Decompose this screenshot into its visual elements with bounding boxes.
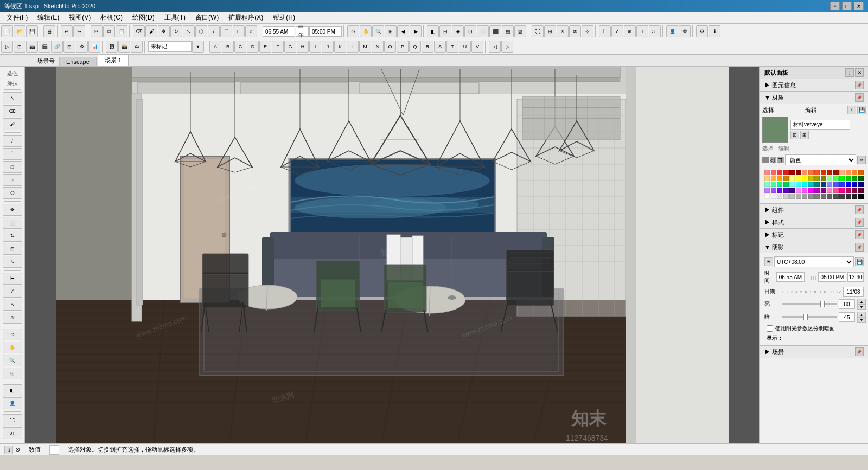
tb-section[interactable]: ◧ (427, 25, 439, 37)
components-header[interactable]: ▶ 组件 📌 (760, 204, 868, 216)
tb-hidden[interactable]: ⬜ (477, 25, 489, 37)
lt-zoom-ext[interactable]: ⊞ (3, 368, 22, 379)
tb2-7[interactable]: ⚙ (76, 41, 88, 53)
color-cell[interactable] (777, 170, 782, 175)
darkness-up[interactable]: ▲ (857, 312, 866, 317)
tb2-q[interactable]: Q (409, 41, 421, 53)
color-cell[interactable] (777, 194, 782, 199)
time-am-input[interactable] (776, 272, 805, 282)
tb-cut[interactable]: ✂ (91, 25, 103, 37)
color-cell[interactable] (839, 188, 845, 193)
tb-rotate[interactable]: ↻ (170, 25, 182, 37)
darkness-down[interactable]: ▼ (857, 317, 866, 323)
color-type-select[interactable]: 颜色 纹理 (785, 154, 856, 165)
scenes-header[interactable]: ▶ 场景 📌 (760, 346, 868, 358)
tb-axes[interactable]: ⊕ (624, 25, 636, 37)
color-cell[interactable] (789, 194, 795, 199)
material-options2[interactable]: ⊞ (800, 131, 809, 139)
color-cell[interactable] (821, 182, 826, 187)
tb2-scene3[interactable]: 🗂 (131, 41, 143, 53)
color-cell[interactable] (808, 188, 814, 193)
shadows-pin[interactable]: 📌 (855, 243, 864, 252)
tb-zoom-extent[interactable]: ⊞ (385, 25, 397, 37)
material-options1[interactable]: ⊡ (790, 131, 799, 139)
color-cell[interactable] (821, 176, 826, 181)
menu-view[interactable]: 视图(V) (65, 12, 95, 23)
lt-move[interactable]: ✥ (3, 204, 22, 216)
tags-pin[interactable]: 📌 (855, 230, 864, 239)
menu-camera[interactable]: 相机(C) (96, 12, 127, 23)
color-cell[interactable] (852, 194, 857, 199)
tb-circle[interactable]: ○ (245, 25, 257, 37)
tb2-8[interactable]: 📊 (88, 41, 100, 53)
tb-components[interactable]: ⛶ (532, 25, 544, 37)
tb-3dtext[interactable]: 3T (649, 25, 661, 37)
lt-line[interactable]: / (3, 135, 22, 147)
material-save-btn[interactable]: 💾 (857, 106, 866, 114)
color-cell[interactable] (771, 194, 776, 199)
color-cell[interactable] (783, 194, 789, 199)
lt-offset[interactable]: ⊟ (3, 243, 22, 255)
color-cell[interactable] (802, 188, 807, 193)
sun-params-checkbox[interactable] (767, 325, 773, 332)
color-cell[interactable] (764, 182, 770, 187)
color-cell[interactable] (771, 182, 776, 187)
tb2-5[interactable]: 🔗 (51, 41, 63, 53)
utc-select[interactable]: UTC+08:00 (774, 256, 854, 267)
color-cell[interactable] (802, 194, 807, 199)
brightness-up[interactable]: ▲ (857, 299, 866, 304)
entity-info-pin[interactable]: 📌 (855, 81, 864, 89)
color-cell[interactable] (796, 182, 801, 187)
lt-pan[interactable]: ✋ (3, 342, 22, 353)
materials-pin[interactable]: 📌 (855, 93, 864, 102)
tb-settings[interactable]: ⚙ (696, 25, 708, 37)
color-cell[interactable] (821, 188, 826, 193)
color-cell[interactable] (821, 194, 826, 199)
styles-header[interactable]: ▶ 样式 📌 (760, 216, 868, 228)
lt-rect[interactable]: □ (3, 161, 22, 173)
tb2-scene2[interactable]: 📸 (118, 41, 130, 53)
lt-rotate[interactable]: ↻ (3, 230, 22, 242)
tb-move[interactable]: ✥ (158, 25, 170, 37)
tb-paste[interactable]: 📋 (116, 25, 127, 37)
color-cell[interactable] (764, 188, 770, 193)
lt-section[interactable]: ◧ (3, 384, 22, 396)
tb-eraser[interactable]: ⌫ (133, 25, 145, 37)
tb2-s[interactable]: S (434, 41, 446, 53)
color-cell[interactable] (808, 176, 814, 181)
color-cell[interactable] (789, 188, 795, 193)
tb2-t[interactable]: T (446, 41, 458, 53)
color-cell[interactable] (789, 182, 795, 187)
color-cell[interactable] (808, 182, 814, 187)
color-cell[interactable] (783, 176, 789, 181)
maximize-button[interactable]: □ (842, 2, 852, 10)
scenes-pin[interactable]: 📌 (855, 347, 864, 356)
color-cell[interactable] (833, 176, 839, 181)
color-cell[interactable] (858, 188, 864, 193)
tb-lookaround[interactable]: 👁 (679, 25, 691, 37)
lt-tape[interactable]: ⊢ (3, 273, 22, 285)
tb2-1[interactable]: ▷ (1, 41, 13, 53)
lt-circle[interactable]: ○ (3, 174, 22, 186)
color-cell[interactable] (852, 170, 857, 175)
tb2-2[interactable]: ⊡ (14, 41, 25, 53)
color-cell[interactable] (764, 176, 770, 181)
tb2-n[interactable]: N (372, 41, 384, 53)
color-cell[interactable] (839, 194, 845, 199)
tb-prev-view[interactable]: ◀ (397, 25, 409, 37)
lt-orbit[interactable]: ⊙ (3, 329, 22, 340)
minimize-button[interactable]: － (830, 2, 840, 10)
tb2-m[interactable]: M (359, 41, 371, 53)
tb2-3[interactable]: 📷 (26, 41, 38, 53)
tb-line[interactable]: / (208, 25, 220, 37)
color-cell[interactable] (814, 182, 820, 187)
tb2-g[interactable]: G (284, 41, 296, 53)
time-value-input[interactable] (847, 272, 864, 282)
color-cell[interactable] (846, 182, 851, 187)
color-cell[interactable] (808, 194, 814, 199)
lt-axes[interactable]: ⊕ (3, 312, 22, 324)
color-cell[interactable] (796, 176, 801, 181)
tb-groups[interactable]: ⊞ (544, 25, 556, 37)
color-cell[interactable] (839, 176, 845, 181)
tb2-i[interactable]: I (309, 41, 321, 53)
